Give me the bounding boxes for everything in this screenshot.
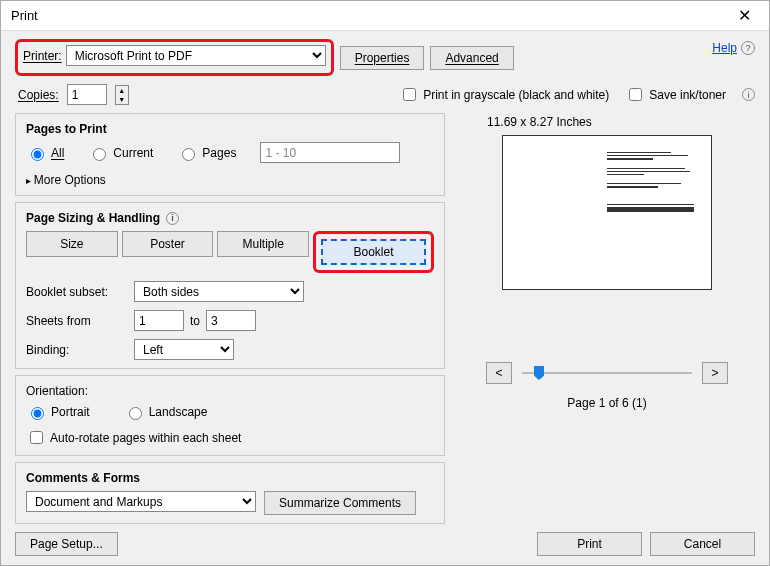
portrait-radio[interactable]: Portrait	[26, 404, 90, 420]
spinner-down-icon[interactable]: ▼	[116, 95, 128, 104]
sheets-from-label: Sheets from	[26, 314, 128, 328]
page-setup-button[interactable]: Page Setup...	[15, 532, 118, 556]
print-dialog: Print ✕ Printer: Microsoft Print to PDF …	[0, 0, 770, 566]
preview-box	[502, 135, 712, 290]
slider-thumb-icon[interactable]	[534, 366, 544, 380]
booklet-tab[interactable]: Booklet	[321, 239, 426, 265]
preview-page-content	[607, 152, 699, 212]
saveink-checkbox[interactable]	[629, 88, 642, 101]
multiple-tab[interactable]: Multiple	[217, 231, 309, 257]
copies-label: Copies:	[18, 88, 59, 102]
copies-spinner[interactable]: ▲ ▼	[115, 85, 129, 105]
prev-page-button[interactable]: <	[486, 362, 512, 384]
cancel-button[interactable]: Cancel	[650, 532, 755, 556]
help-icon[interactable]: ?	[741, 41, 755, 55]
size-tab[interactable]: Size	[26, 231, 118, 257]
printer-highlight: Printer: Microsoft Print to PDF	[15, 39, 334, 76]
pages-range-input[interactable]	[260, 142, 400, 163]
dialog-content: Printer: Microsoft Print to PDF Properti…	[1, 31, 769, 566]
advanced-button[interactable]: Advanced	[430, 46, 513, 70]
comments-heading: Comments & Forms	[26, 471, 434, 485]
orientation-heading: Orientation:	[26, 384, 434, 398]
comments-select[interactable]: Document and Markups	[26, 491, 256, 512]
saveink-check[interactable]: Save ink/toner	[625, 85, 726, 104]
booklet-highlight: Booklet	[313, 231, 434, 273]
sheets-to-input[interactable]	[206, 310, 256, 331]
spinner-up-icon[interactable]: ▲	[116, 86, 128, 95]
next-page-button[interactable]: >	[702, 362, 728, 384]
page-slider[interactable]	[522, 372, 692, 374]
window-title: Print	[11, 8, 729, 23]
pages-current[interactable]: Current	[88, 145, 153, 161]
more-options[interactable]: More Options	[26, 173, 434, 187]
subset-label: Booklet subset:	[26, 285, 128, 299]
grayscale-checkbox[interactable]	[403, 88, 416, 101]
printer-select[interactable]: Microsoft Print to PDF	[66, 45, 326, 66]
copies-row: Copies: ▲ ▼ Print in grayscale (black an…	[15, 84, 755, 105]
sheets-from-input[interactable]	[134, 310, 184, 331]
comments-panel: Comments & Forms Document and Markups Su…	[15, 462, 445, 524]
pages-heading: Pages to Print	[26, 122, 434, 136]
properties-button[interactable]: Properties	[340, 46, 425, 70]
sizing-info-icon[interactable]: i	[166, 212, 179, 225]
orientation-panel: Orientation: Portrait Landscape Auto-rot…	[15, 375, 445, 456]
preview-col: 11.69 x 8.27 Inches	[459, 113, 755, 524]
sizing-heading: Page Sizing & Handling i	[26, 211, 434, 225]
summarize-button[interactable]: Summarize Comments	[264, 491, 416, 515]
titlebar: Print ✕	[1, 1, 769, 31]
autorotate-check[interactable]: Auto-rotate pages within each sheet	[26, 428, 241, 447]
page-indicator: Page 1 of 6 (1)	[567, 396, 646, 410]
print-button[interactable]: Print	[537, 532, 642, 556]
close-icon[interactable]: ✕	[729, 6, 759, 25]
printer-row: Printer: Microsoft Print to PDF Properti…	[15, 39, 755, 76]
pages-all[interactable]: All	[26, 145, 64, 161]
poster-tab[interactable]: Poster	[122, 231, 214, 257]
pages-panel: Pages to Print All Current Pages More Op…	[15, 113, 445, 196]
to-label: to	[190, 314, 200, 328]
binding-select[interactable]: Left	[134, 339, 234, 360]
help-link[interactable]: Help	[712, 41, 737, 55]
printer-label: Printer:	[23, 49, 62, 63]
subset-select[interactable]: Both sides	[134, 281, 304, 302]
footer-row: Page Setup... Print Cancel	[15, 532, 755, 556]
copies-input[interactable]	[67, 84, 107, 105]
autorotate-checkbox[interactable]	[30, 431, 43, 444]
pages-pages[interactable]: Pages	[177, 145, 236, 161]
preview-dims: 11.69 x 8.27 Inches	[487, 115, 592, 129]
grayscale-check[interactable]: Print in grayscale (black and white)	[399, 85, 609, 104]
sizing-panel: Page Sizing & Handling i Size Poster Mul…	[15, 202, 445, 369]
help-area: Help ?	[712, 41, 755, 55]
binding-label: Binding:	[26, 343, 128, 357]
landscape-radio[interactable]: Landscape	[124, 404, 208, 420]
info-icon[interactable]: i	[742, 88, 755, 101]
